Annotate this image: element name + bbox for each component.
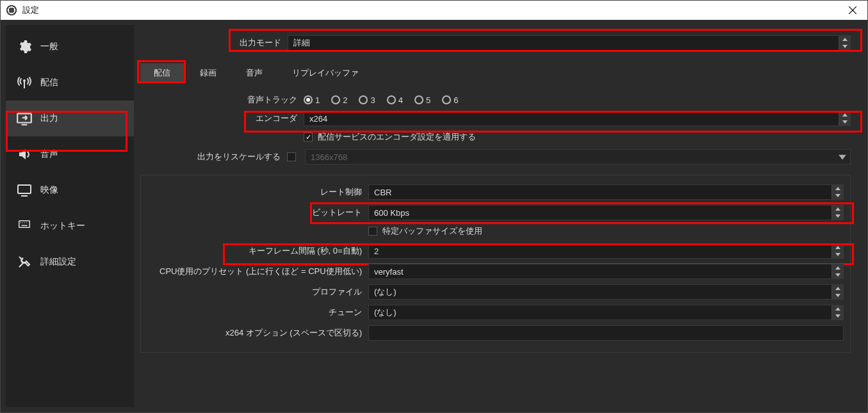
output-mode-label: 出力モード	[140, 37, 288, 49]
profile-row: プロファイル (なし)	[147, 284, 844, 300]
bitrate-label: ビットレート	[147, 207, 368, 218]
sidebar-item-label: 出力	[40, 113, 58, 124]
cpu-preset-row: CPU使用のプリセット (上に行くほど = CPU使用低い) veryfast	[147, 264, 844, 279]
tab-label: 音声	[246, 68, 263, 77]
radio-label: 3	[370, 95, 375, 105]
tab-stream[interactable]: 配信	[140, 63, 184, 83]
bitrate-input[interactable]: 600 Kbps	[368, 205, 844, 220]
apply-service-row: 配信サービスのエンコーダ設定を適用する	[140, 131, 851, 143]
tools-icon	[15, 252, 34, 271]
cpu-preset-value: veryfast	[374, 267, 404, 277]
chevron-down-icon	[839, 152, 846, 162]
output-mode-row: 出力モード 詳細	[140, 35, 851, 51]
x264-opts-input[interactable]	[368, 325, 844, 341]
rescale-value: 1366x768	[311, 152, 347, 162]
tab-audio[interactable]: 音声	[233, 63, 276, 83]
tune-row: チューン (なし)	[147, 305, 844, 320]
close-button[interactable]	[838, 1, 867, 20]
apply-service-checkbox[interactable]	[304, 133, 313, 142]
sidebar-item-hotkeys[interactable]: ホットキー	[6, 208, 134, 244]
keyboard-icon	[15, 216, 34, 236]
output-tabs: 配信 録画 音声 リプレイバッファ	[140, 63, 851, 83]
sidebar-item-audio[interactable]: 音声	[6, 136, 134, 172]
profile-select[interactable]: (なし)	[368, 284, 844, 300]
svg-rect-8	[19, 221, 30, 228]
spin-button[interactable]	[831, 244, 843, 258]
sidebar-item-label: 詳細設定	[40, 256, 76, 268]
radio-label: 6	[454, 95, 458, 105]
spin-button[interactable]	[839, 36, 850, 50]
tab-replay[interactable]: リプレイバッファ	[279, 63, 372, 83]
encoder-value: x264	[309, 114, 327, 124]
sidebar-item-output[interactable]: 出力	[6, 101, 134, 136]
tune-label: チューン	[147, 307, 368, 318]
radio-label: 4	[398, 95, 403, 105]
spin-button[interactable]	[839, 111, 850, 126]
buffer-size-checkbox[interactable]	[368, 227, 377, 236]
rate-control-label: レート制御	[147, 186, 368, 198]
sidebar-item-label: 映像	[40, 184, 58, 196]
sidebar-item-label: 一般	[40, 41, 58, 53]
x264-opts-label: x264 オプション (スペースで区切る)	[147, 327, 368, 339]
keyframe-label: キーフレーム間隔 (秒, 0=自動)	[147, 245, 368, 257]
tune-value: (なし)	[374, 307, 397, 318]
tune-select[interactable]: (なし)	[368, 305, 844, 320]
bitrate-value: 600 Kbps	[374, 208, 409, 218]
tab-label: 録画	[200, 68, 217, 77]
radio-label: 5	[426, 95, 430, 105]
bitrate-row: ビットレート 600 Kbps	[147, 205, 844, 220]
rescale-checkbox[interactable]	[287, 152, 296, 161]
cpu-preset-select[interactable]: veryfast	[368, 264, 844, 279]
spin-button[interactable]	[831, 206, 843, 220]
tab-record[interactable]: 録画	[186, 63, 230, 83]
profile-value: (なし)	[374, 286, 397, 298]
obs-logo-icon	[6, 4, 17, 16]
sidebar-item-general[interactable]: 一般	[6, 29, 134, 65]
spin-button[interactable]	[831, 264, 843, 279]
audio-track-label: 音声トラック	[140, 94, 304, 106]
encoder-row: エンコーダ x264	[140, 111, 851, 126]
output-mode-select[interactable]: 詳細	[288, 35, 851, 51]
close-icon	[849, 6, 856, 14]
cpu-preset-label: CPU使用のプリセット (上に行くほど = CPU使用低い)	[147, 266, 368, 277]
titlebar: 設定	[1, 1, 867, 20]
main-area: 一般 配信 出力	[6, 25, 862, 407]
encoder-select[interactable]: x264	[304, 111, 851, 126]
antenna-icon	[15, 73, 34, 92]
monitor-icon	[15, 181, 34, 200]
svg-point-2	[23, 79, 26, 82]
output-icon	[15, 109, 34, 128]
keyframe-value: 2	[374, 247, 379, 256]
radio-track-3[interactable]	[359, 95, 368, 104]
gear-icon	[15, 37, 34, 56]
rate-control-row: レート制御 CBR	[147, 184, 844, 200]
radio-track-4[interactable]	[387, 95, 396, 104]
sidebar-item-label: ホットキー	[40, 220, 85, 232]
speaker-icon	[15, 145, 34, 164]
sidebar-item-video[interactable]: 映像	[6, 172, 134, 208]
sidebar-item-label: 音声	[40, 149, 58, 160]
apply-service-label: 配信サービスのエンコーダ設定を適用する	[318, 131, 476, 143]
spin-button[interactable]	[831, 285, 843, 299]
sidebar-item-advanced[interactable]: 詳細設定	[6, 244, 134, 280]
output-mode-value: 詳細	[293, 37, 310, 49]
radio-track-1[interactable]	[304, 95, 313, 104]
sidebar-item-stream[interactable]: 配信	[6, 65, 134, 101]
spin-button[interactable]	[831, 185, 843, 199]
sidebar-item-label: 配信	[40, 77, 58, 88]
profile-label: プロファイル	[147, 286, 368, 298]
spin-button[interactable]	[831, 305, 843, 320]
rescale-select: 1366x768	[305, 149, 851, 165]
keyframe-row: キーフレーム間隔 (秒, 0=自動) 2	[147, 243, 844, 259]
tab-label: 配信	[154, 68, 170, 77]
rate-control-value: CBR	[374, 188, 391, 197]
keyframe-input[interactable]: 2	[368, 243, 844, 259]
settings-window: 設定 一般 配信	[0, 0, 868, 413]
radio-track-2[interactable]	[331, 95, 340, 104]
rate-control-select[interactable]: CBR	[368, 184, 844, 200]
rescale-row: 出力をリスケールする 1366x768	[140, 149, 851, 165]
radio-track-5[interactable]	[414, 95, 423, 104]
radio-label: 1	[315, 95, 320, 105]
content-pane: 出力モード 詳細 配信 録画	[134, 25, 862, 407]
radio-track-6[interactable]	[442, 95, 451, 104]
